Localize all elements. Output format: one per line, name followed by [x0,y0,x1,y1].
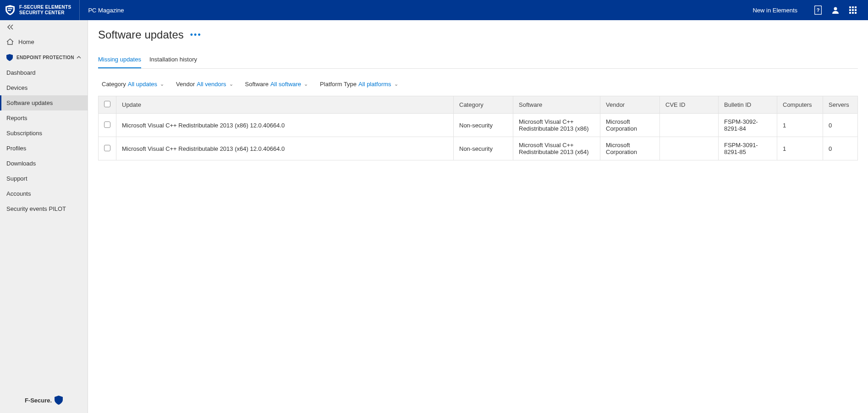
apps-icon[interactable] [845,2,861,18]
brand[interactable]: F-SECURE ELEMENTS SECURITY CENTER [5,0,80,20]
footer-brand-text: F-Secure. [25,397,52,404]
tab-installation-history[interactable]: Installation history [149,53,197,68]
filter-category[interactable]: Category All updates ⌄ [102,81,164,88]
more-actions-button[interactable]: ••• [190,31,202,39]
col-computers[interactable]: Computers [777,96,823,114]
sidebar-item-dashboard[interactable]: Dashboard [0,65,88,80]
row-checkbox[interactable] [104,121,110,128]
svg-rect-6 [852,6,854,8]
sidebar-item-label: Profiles [6,145,26,152]
table-header-row: Update Category Software Vendor CVE ID B… [99,96,858,114]
sidebar-item-devices[interactable]: Devices [0,80,88,95]
cell-vendor: Microsoft Corporation [600,114,660,137]
tabs: Missing updates Installation history [98,53,858,69]
sidebar-section-endpoint-protection[interactable]: ENDPOINT PROTECTION [0,50,88,65]
chevron-down-icon: ⌄ [160,81,164,87]
table-row[interactable]: Microsoft Visual C++ Redistributable 201… [99,137,858,160]
cell-cve [660,137,719,160]
col-update[interactable]: Update [116,96,454,114]
col-bulletin[interactable]: Bulletin ID [719,96,777,114]
col-cve[interactable]: CVE ID [660,96,719,114]
page-title: Software updates [98,28,184,41]
sidebar-item-software-updates[interactable]: Software updates [0,95,88,110]
filter-value: All vendors [197,81,226,88]
sidebar-item-support[interactable]: Support [0,171,88,186]
sidebar-item-reports[interactable]: Reports [0,110,88,126]
svg-rect-13 [855,12,857,14]
cell-bulletin: FSPM-3092-8291-84 [719,114,777,137]
sidebar-collapse-button[interactable] [0,20,88,34]
cell-vendor: Microsoft Corporation [600,137,660,160]
sidebar-item-label: Dashboard [6,69,36,76]
cell-cve [660,114,719,137]
svg-rect-5 [849,6,851,8]
cell-computers: 1 [777,114,823,137]
filter-label: Vendor [176,81,195,88]
sidebar-item-home[interactable]: Home [0,34,88,50]
filter-label: Platform Type [320,81,357,88]
chevron-down-icon: ⌄ [229,81,233,87]
svg-rect-8 [849,9,851,11]
sidebar-item-profiles[interactable]: Profiles [0,141,88,156]
table-row[interactable]: Microsoft Visual C++ Redistributable 201… [99,114,858,137]
chevron-up-icon [77,56,81,59]
help-icon[interactable]: ? [810,2,826,18]
content: Software updates ••• Missing updates Ins… [88,20,868,413]
user-icon[interactable] [828,2,843,18]
sidebar-item-label: Home [18,39,34,45]
cell-servers: 0 [823,137,858,160]
cell-category: Non-security [454,137,513,160]
brand-shield-icon [55,396,63,405]
filter-value: All updates [128,81,157,88]
brand-line1: F-SECURE ELEMENTS [19,5,71,10]
org-name[interactable]: PC Magazine [80,7,124,14]
sidebar-item-label: Subscriptions [6,130,42,137]
filter-label: Software [245,81,269,88]
filter-value: All software [270,81,301,88]
col-category[interactable]: Category [454,96,513,114]
updates-table: Update Category Software Vendor CVE ID B… [98,96,858,160]
cell-update: Microsoft Visual C++ Redistributable 201… [116,137,454,160]
topbar: F-SECURE ELEMENTS SECURITY CENTER PC Mag… [0,0,868,20]
svg-rect-12 [852,12,854,14]
cell-software: Microsoft Visual C++ Redistributable 201… [513,137,600,160]
sidebar-item-downloads[interactable]: Downloads [0,156,88,171]
svg-rect-10 [855,9,857,11]
new-in-elements-link[interactable]: New in Elements [753,7,797,14]
sidebar-item-label: Software updates [6,99,53,106]
svg-rect-9 [852,9,854,11]
cell-update: Microsoft Visual C++ Redistributable 201… [116,114,454,137]
sidebar-item-label: Downloads [6,160,36,167]
sidebar-item-label: Security events PILOT [6,205,66,212]
col-vendor[interactable]: Vendor [600,96,660,114]
chevron-left-double-icon [7,24,14,30]
tab-label: Missing updates [98,56,141,63]
sidebar-item-label: Support [6,175,27,182]
cell-bulletin: FSPM-3091-8291-85 [719,137,777,160]
select-all-checkbox[interactable] [104,101,110,107]
svg-rect-0 [8,8,12,9]
chevron-down-icon: ⌄ [304,81,308,87]
col-servers[interactable]: Servers [823,96,858,114]
sidebar-item-label: Reports [6,115,27,121]
svg-rect-1 [8,10,11,11]
filter-platform[interactable]: Platform Type All platforms ⌄ [320,81,398,88]
filter-software[interactable]: Software All software ⌄ [245,81,308,88]
cell-servers: 0 [823,114,858,137]
sidebar-item-subscriptions[interactable]: Subscriptions [0,126,88,141]
shield-icon [6,54,13,61]
sidebar-item-accounts[interactable]: Accounts [0,186,88,201]
sidebar: Home ENDPOINT PROTECTION Dashboard Devic… [0,20,88,413]
tab-missing-updates[interactable]: Missing updates [98,53,141,68]
cell-category: Non-security [454,114,513,137]
svg-text:?: ? [817,7,820,13]
filter-label: Category [102,81,126,88]
brand-shield-icon [5,5,15,15]
svg-rect-11 [849,12,851,14]
filter-vendor[interactable]: Vendor All vendors ⌄ [176,81,233,88]
sidebar-item-security-events[interactable]: Security events PILOT [0,201,88,216]
col-software[interactable]: Software [513,96,600,114]
sidebar-footer-brand: F-Secure. [0,387,88,413]
row-checkbox[interactable] [104,145,110,151]
svg-point-4 [834,7,837,11]
